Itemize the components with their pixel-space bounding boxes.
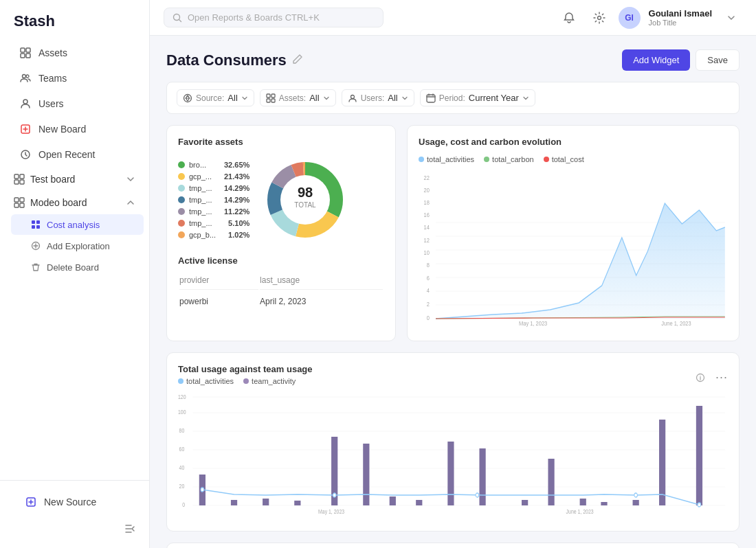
- assets-filter-value: All: [309, 93, 319, 103]
- add-widget-button[interactable]: Add Widget: [622, 49, 690, 71]
- sidebar-item-assets[interactable]: Assets: [5, 41, 144, 65]
- svg-rect-16: [20, 203, 24, 207]
- svg-rect-13: [14, 198, 19, 202]
- bar-5: [363, 444, 369, 505]
- svg-point-30: [351, 95, 354, 98]
- filter-source[interactable]: Source: All: [177, 89, 254, 106]
- settings-button[interactable]: [588, 7, 610, 29]
- logs-section: Logs history ∧ activity_time ∧ provider …: [166, 543, 740, 548]
- new-board-icon: [19, 123, 32, 135]
- filter-users[interactable]: Users: All: [342, 89, 414, 106]
- svg-text:0: 0: [182, 501, 185, 508]
- edit-title-button[interactable]: [292, 54, 303, 67]
- search-placeholder: Open Reports & Boards CTRL+K: [188, 12, 320, 23]
- license-last-usage-0: April 2, 2023: [260, 291, 383, 312]
- svg-text:60: 60: [179, 446, 185, 453]
- svg-rect-2: [21, 54, 25, 58]
- modeo-board-label: Modeo board: [30, 197, 87, 208]
- legend-dot-3: [178, 196, 185, 203]
- sidebar-item-cost-analysis[interactable]: Cost analysis: [11, 214, 144, 235]
- legend-name-0: bro...: [189, 161, 220, 169]
- dot-line-0: [201, 488, 204, 492]
- save-button[interactable]: Save: [696, 49, 740, 71]
- search-bar[interactable]: Open Reports & Boards CTRL+K: [164, 8, 383, 27]
- collapse-sidebar-button[interactable]: [119, 518, 141, 540]
- svg-text:22: 22: [424, 174, 430, 181]
- bar-6: [390, 496, 396, 505]
- legend-dot-6: [178, 231, 185, 238]
- legend-pct-0: 32.65%: [224, 161, 249, 169]
- new-source-icon: [25, 496, 37, 508]
- total-usage-info-button[interactable]: [689, 367, 711, 389]
- license-col-last-usage: last_usage: [260, 275, 383, 290]
- widget-icon: [30, 219, 41, 230]
- legend-pct-5: 5.10%: [228, 219, 249, 227]
- test-board-header[interactable]: Test board: [0, 168, 149, 190]
- legend-item-4: tmp_... 11.22%: [178, 207, 249, 216]
- sidebar-item-add-exploration[interactable]: Add Exploration: [11, 236, 144, 256]
- dot-line-3: [634, 493, 638, 497]
- svg-text:14: 14: [424, 224, 430, 231]
- svg-rect-0: [21, 48, 25, 52]
- chevron-up-icon: [126, 198, 135, 207]
- total-usage-more-button[interactable]: ···: [715, 370, 728, 385]
- users-filter-icon: [348, 93, 357, 103]
- delete-board-label: Delete Board: [47, 262, 99, 273]
- license-col-provider: provider: [179, 275, 258, 290]
- sidebar-item-teams[interactable]: Teams: [5, 66, 144, 91]
- sidebar-item-new-source[interactable]: New Source: [11, 490, 138, 514]
- active-license-title: Active license: [178, 255, 384, 266]
- filter-period[interactable]: Period: Current Year: [420, 89, 535, 106]
- svg-point-5: [26, 75, 29, 78]
- board-section-modeo: Modeo board Cost analysis Add Exp: [0, 192, 149, 277]
- notifications-button[interactable]: [558, 7, 580, 29]
- period-chevron-icon: [522, 95, 529, 102]
- svg-text:18: 18: [424, 199, 430, 206]
- bar-1: [231, 500, 237, 505]
- sidebar-item-open-recent[interactable]: Open Recent: [5, 142, 144, 167]
- filter-assets[interactable]: Assets: All: [260, 89, 336, 106]
- header-actions: Add Widget Save: [622, 49, 740, 71]
- sidebar-bottom: New Source: [0, 480, 149, 548]
- sidebar-item-new-board[interactable]: New Board: [5, 117, 144, 141]
- svg-text:120: 120: [178, 393, 186, 400]
- assets-filter-label: Assets:: [279, 93, 306, 103]
- source-filter-value: All: [227, 93, 237, 103]
- filter-bar: Source: All Assets: All Users: All Perio…: [166, 82, 740, 114]
- license-row-0: powerbi April 2, 2023: [179, 291, 383, 312]
- legend-item-0: bro... 32.65%: [178, 161, 249, 169]
- total-usage-legend: total_activities team_activity: [178, 377, 313, 385]
- recent-icon: [19, 148, 32, 161]
- svg-rect-19: [32, 225, 35, 229]
- svg-text:40: 40: [179, 464, 185, 471]
- sidebar-item-assets-label: Assets: [38, 47, 67, 58]
- add-exploration-label: Add Exploration: [47, 241, 110, 251]
- bar-10: [522, 500, 528, 505]
- dot-line-2: [476, 493, 479, 497]
- total-usage-title: Total usage against team usage: [178, 364, 313, 374]
- sidebar-item-users[interactable]: Users: [5, 91, 144, 116]
- legend-pct-3: 14.29%: [224, 196, 249, 204]
- test-board-label: Test board: [30, 174, 75, 185]
- legend-item-3: tmp_... 14.29%: [178, 196, 249, 204]
- favorite-assets-card: Favorite assets bro... 32.65% gcp_... 21…: [166, 125, 396, 341]
- assets-icon: [19, 47, 32, 59]
- total-usage-chart-svg: 0 20 40 60 80 100 120: [178, 393, 728, 517]
- trash-icon: [30, 262, 41, 273]
- modeo-board-header[interactable]: Modeo board: [0, 192, 149, 214]
- sidebar-item-teams-label: Teams: [38, 73, 67, 84]
- page-header: Data Consumers Add Widget Save: [166, 49, 740, 71]
- legend-dot-5: [178, 220, 185, 227]
- svg-text:May 1, 2023: May 1, 2023: [318, 508, 345, 515]
- legend-name-6: gcp_b...: [189, 231, 220, 239]
- total-usage-header: Total usage against team usage total_act…: [178, 364, 728, 391]
- legend-item-2: tmp_... 14.29%: [178, 184, 249, 192]
- svg-point-6: [23, 100, 27, 104]
- total-usage-card: Total usage against team usage total_act…: [166, 352, 740, 532]
- svg-rect-17: [32, 220, 35, 224]
- svg-point-39: [280, 175, 330, 225]
- user-dropdown-button[interactable]: [720, 7, 742, 29]
- dot-line-4: [698, 503, 701, 507]
- user-name: Goulani Ismael: [649, 8, 712, 19]
- sidebar-item-delete-board[interactable]: Delete Board: [11, 257, 144, 277]
